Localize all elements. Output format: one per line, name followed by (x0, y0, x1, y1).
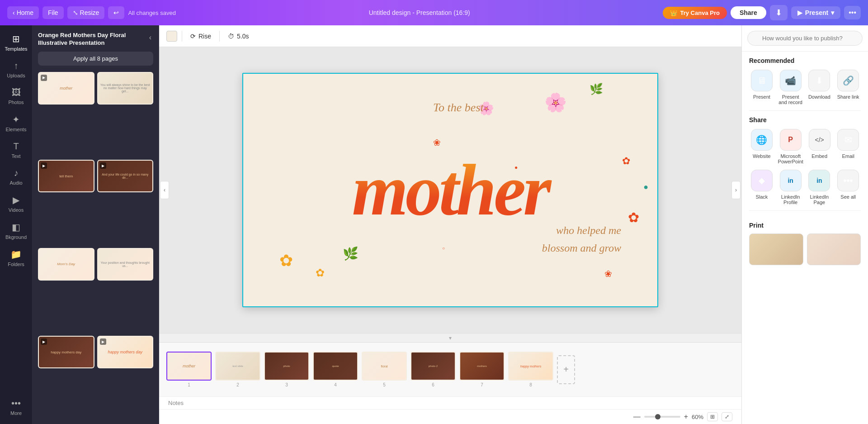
action-present-record[interactable]: 📹 Present and record (778, 70, 803, 105)
slide-thumbnail-8[interactable]: happy mothers (508, 352, 553, 381)
zoom-out-button[interactable]: — (633, 413, 641, 421)
resize-button[interactable]: ⤡ Resize (67, 6, 105, 19)
action-share-link[interactable]: 🔗 Share link (835, 70, 861, 105)
chevron-down-small-icon: ▾ (449, 335, 452, 341)
uploads-icon: ↑ (14, 61, 19, 71)
slide-canvas[interactable]: 🌸 🌿 🌸 ❀ ✿ ✿ ✿ 🌿 ❀ ✿ ● ● ○ To the best (242, 73, 658, 307)
action-slack[interactable]: ◆ Slack (749, 170, 774, 205)
present-button[interactable]: ▶ Present ▾ (791, 6, 840, 19)
template-title: Orange Red Mothers Day Floral Illustrati… (38, 32, 147, 47)
collapse-right-button[interactable]: › (731, 181, 741, 199)
action-present[interactable]: 🖥 Present (749, 70, 774, 105)
share-button[interactable]: Share (731, 6, 766, 19)
color-picker[interactable] (166, 31, 177, 42)
share-grid-2: ◆ Slack in LinkedIn Profile in LinkedIn … (749, 170, 861, 205)
slide-thumbnail-2[interactable]: text slide (215, 352, 260, 381)
sidebar-item-text[interactable]: T Text (2, 137, 31, 163)
undo-button[interactable]: ↩ (108, 6, 124, 19)
print-thumb-2[interactable] (807, 233, 861, 265)
bottom-area: ▾ mother 1 text slide 2 (159, 333, 741, 424)
template-thumb-4[interactable]: ▶ And your life could go in so many dir.… (97, 160, 154, 192)
sidebar-item-folders[interactable]: 📁 Folders (2, 244, 31, 272)
fit-screen-button[interactable]: ⊞ (707, 412, 718, 421)
thumb-wrap-6: photo 2 6 (410, 352, 456, 387)
home-button[interactable]: ‹ Home (7, 6, 39, 19)
thumb-wrap-5: floral 5 (362, 352, 407, 387)
slide-thumbnail-7[interactable]: mothers (459, 352, 505, 381)
thumb-number-3: 3 (285, 382, 288, 387)
template-thumb-3[interactable]: ▶ tell them (38, 160, 94, 192)
zoom-in-button[interactable]: + (684, 413, 688, 421)
videos-icon: ▶ (13, 195, 19, 205)
sidebar-item-photos[interactable]: 🖼 Photos (2, 83, 31, 110)
file-button[interactable]: File (42, 6, 64, 19)
more-icon: ••• (11, 398, 21, 409)
linkedin-page-action-icon: in (808, 170, 830, 191)
publish-search-input[interactable] (747, 31, 863, 46)
action-embed[interactable]: </> Embed (807, 129, 832, 164)
download-button[interactable]: ⬇ (770, 5, 788, 20)
zoom-slider[interactable] (644, 416, 680, 418)
canva-pro-label: Try Canva Pro (680, 10, 719, 16)
template-thumb-6[interactable]: Your position and thoughts brought us... (97, 248, 154, 281)
template-thumb-1[interactable]: ▶ mother (38, 72, 94, 105)
action-linkedin-page[interactable]: in LinkedIn Page (807, 170, 832, 205)
add-slide-button[interactable]: + (557, 355, 575, 384)
bottom-thumbnails-panel: mother 1 text slide 2 photo 3 (159, 342, 741, 396)
linkedin-profile-action-icon: in (780, 170, 802, 191)
action-linkedin-profile[interactable]: in LinkedIn Profile (778, 170, 803, 205)
sidebar-item-elements[interactable]: ✦ Elements (2, 110, 31, 137)
download-icon: ⬇ (775, 8, 782, 17)
template-thumb-8[interactable]: ▶ happy mothers day (97, 336, 154, 368)
apply-all-button[interactable]: Apply all 8 pages (38, 52, 153, 66)
video-indicator-1: ▶ (41, 75, 47, 81)
sidebar-item-templates[interactable]: ⊞ Templates (2, 29, 31, 56)
sidebar-item-videos[interactable]: ▶ Videos (2, 190, 31, 217)
right-publish-panel: 🔍 Recommended 🖥 Present 📹 Present and re… (741, 25, 868, 424)
template-thumb-7[interactable]: ▶ happy mothers day (38, 336, 94, 368)
slide-thumbnail-1[interactable]: mother (166, 352, 212, 381)
slide-thumbnail-5[interactable]: floral (362, 352, 407, 381)
sidebar-item-background[interactable]: ◧ Bkground (2, 217, 31, 244)
video-indicator-7: ▶ (41, 338, 47, 345)
background-icon: ◧ (12, 222, 20, 233)
template-panel: Orange Red Mothers Day Floral Illustrati… (33, 25, 159, 424)
see-all-action-icon: ••• (837, 170, 859, 191)
thumb-bg-4: And your life could go in so many dir... (98, 161, 153, 191)
collapse-panel-button[interactable]: ‹ (147, 32, 153, 43)
try-canva-pro-button[interactable]: 👑 Try Canva Pro (663, 7, 726, 19)
embed-action-icon: </> (809, 129, 830, 151)
action-see-all[interactable]: ••• See all (835, 170, 861, 205)
action-download[interactable]: ⬇ Download (807, 70, 832, 105)
slide-thumbnail-3[interactable]: photo (264, 352, 309, 381)
sidebar-item-audio[interactable]: ♪ Audio (2, 163, 31, 190)
transition-button[interactable]: ⟳ Rise (187, 31, 215, 42)
time-button[interactable]: ⏱ 5.0s (224, 31, 252, 42)
thumb-bg-8: happy mothers day (98, 337, 153, 367)
action-website[interactable]: 🌐 Website (749, 129, 774, 164)
action-email[interactable]: ✉ Email (835, 129, 861, 164)
collapse-thumbs-button[interactable]: ▾ (159, 333, 741, 342)
sidebar-label-templates: Templates (5, 46, 27, 52)
collapse-left-button[interactable]: ‹ (160, 181, 169, 199)
template-thumb-2[interactable]: You will always shine to be the best no … (97, 72, 154, 105)
template-thumb-5[interactable]: Mom's Day (38, 248, 94, 281)
sidebar-item-more[interactable]: ••• More (2, 394, 31, 420)
slack-action-icon: ◆ (751, 170, 773, 191)
canvas-toolbar: ⟳ Rise ⏱ 5.0s (159, 25, 741, 47)
design-title: Untitled design - Presentation (16:9) (369, 9, 470, 16)
thumb-wrap-2: text slide 2 (215, 352, 260, 387)
thumb-number-5: 5 (383, 382, 386, 387)
canvas-main-area: ⟳ Rise ⏱ 5.0s ‹ 🌸 🌿 🌸 ❀ ✿ ✿ (159, 25, 741, 424)
thumb-wrap-1: mother 1 (166, 352, 212, 387)
topbar-right: 👑 Try Canva Pro Share ⬇ ▶ Present ▾ ••• (663, 5, 861, 20)
action-powerpoint[interactable]: P Microsoft PowerPoint (778, 129, 803, 164)
more-options-button[interactable]: ••• (844, 6, 861, 19)
fullscreen-button[interactable]: ⤢ (722, 412, 732, 421)
sidebar-item-uploads[interactable]: ↑ Uploads (2, 56, 31, 83)
print-thumb-1[interactable] (749, 233, 803, 265)
slide-thumbnail-4[interactable]: quote (313, 352, 358, 381)
leaf-decoration-2: 🌿 (343, 246, 359, 261)
slide-thumbnail-6[interactable]: photo 2 (410, 352, 456, 381)
dots-icon: ••• (849, 9, 856, 16)
